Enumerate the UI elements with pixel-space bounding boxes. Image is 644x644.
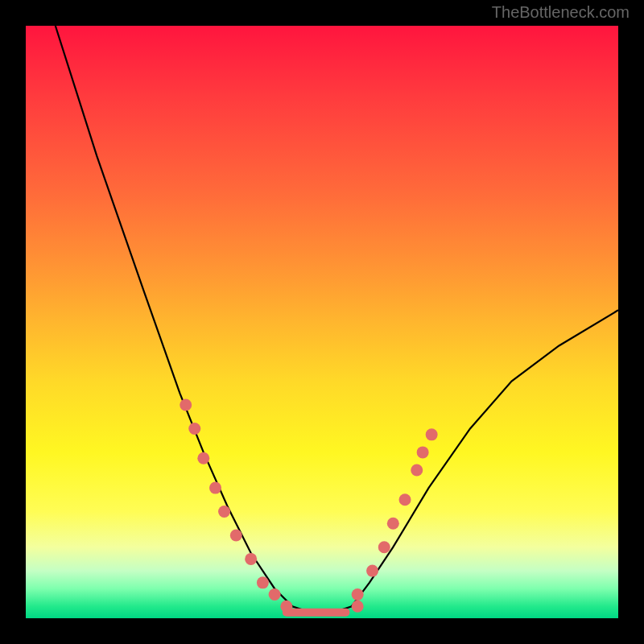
data-marker [366,565,378,577]
bottleneck-curve-svg [26,26,618,618]
data-marker [426,428,438,440]
data-marker [269,588,281,601]
data-marker [245,553,257,565]
data-marker [218,506,230,518]
watermark-text: TheBottleneck.com [492,3,630,22]
data-marker [197,452,209,464]
bottleneck-curve [56,26,618,613]
data-marker [399,493,411,506]
data-marker [411,464,423,477]
data-marker [209,482,221,494]
chart-plot-area [26,26,618,618]
data-marker [417,446,429,458]
data-marker [352,601,364,613]
data-marker [188,423,200,435]
data-marker [280,601,292,613]
data-marker [352,588,364,601]
data-markers-group [180,399,437,613]
data-marker [257,576,269,588]
data-marker [387,518,399,530]
data-marker [230,529,242,541]
data-marker [378,541,390,553]
data-marker [180,399,192,411]
